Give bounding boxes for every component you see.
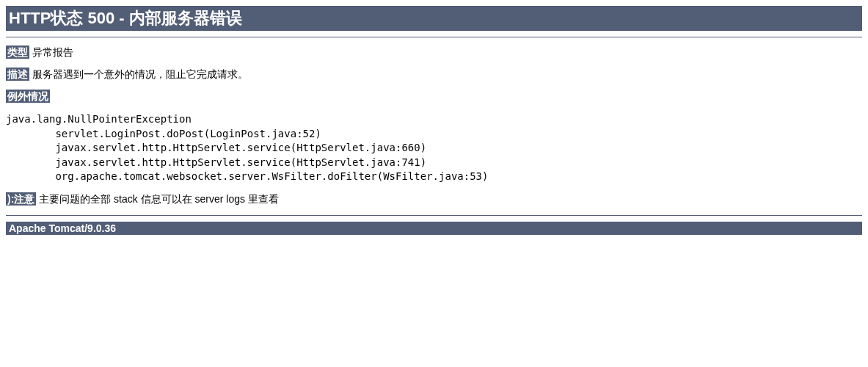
type-value: 异常报告 [32, 46, 73, 58]
exception-row: 例外情况 [6, 90, 862, 103]
note-value: 主要问题的全部 stack 信息可以在 server logs 里查看 [39, 193, 279, 205]
type-row: 类型 异常报告 [6, 46, 862, 59]
server-footer: Apache Tomcat/9.0.36 [6, 222, 862, 235]
stack-trace: java.lang.NullPointerException servlet.L… [6, 112, 862, 184]
exception-label: 例外情况 [6, 90, 50, 103]
divider [6, 215, 862, 216]
description-value: 服务器遇到一个意外的情况，阻止它完成请求。 [32, 68, 248, 80]
description-row: 描述 服务器遇到一个意外的情况，阻止它完成请求。 [6, 68, 862, 81]
divider [6, 37, 862, 37]
error-title: HTTP状态 500 - 内部服务器错误 [6, 6, 862, 31]
description-label: 描述 [6, 68, 29, 81]
note-row: ):注意 主要问题的全部 stack 信息可以在 server logs 里查看 [6, 193, 862, 206]
type-label: 类型 [6, 46, 29, 59]
note-label: ):注意 [6, 192, 36, 206]
